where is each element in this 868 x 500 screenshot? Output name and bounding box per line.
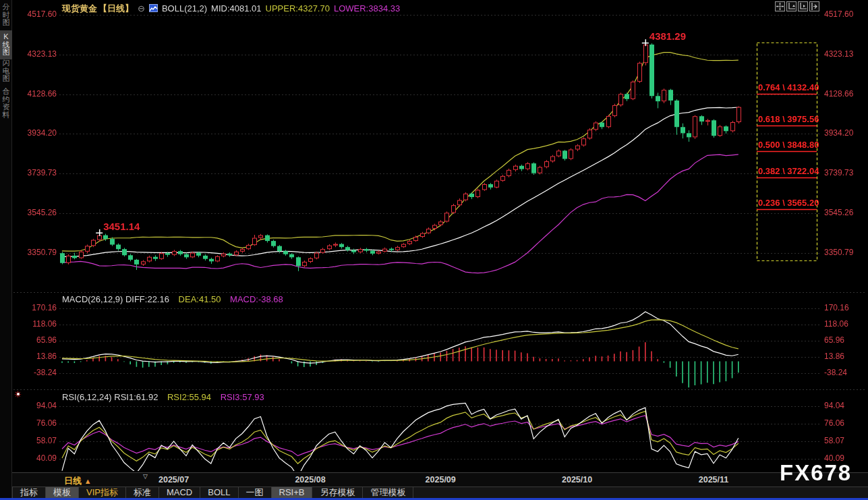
scale-horizontal-icon[interactable] [798,1,808,11]
crosshair-icon[interactable] [775,1,785,11]
collapse-icon[interactable]: ⊖ [138,3,145,13]
boll-mid-value: MID:4081.01 [211,3,261,13]
rsi-axis-label-left: 40.09 [15,453,57,463]
alert-burst-icon[interactable]: ✳ [14,390,22,399]
sidebar-tab-kline[interactable]: K线图 [0,30,12,59]
price-axis-label-right: 3739.73 [824,168,853,177]
rsi3-value: RSI3:57.93 [221,392,264,402]
x-axis-tick-label: 2025/08 [295,475,325,484]
symbol-name: 现货黄金 [62,3,97,13]
boll-indicator-label: BOLL(21,2) [162,3,207,13]
fib-level-label: 0.236 \ 3565.20 [758,198,819,208]
boll-lower-value: LOWER:3834.33 [334,3,400,13]
fib-level-label: 0.382 \ 3722.04 [758,166,819,176]
price-axis-label-right: 4323.13 [824,49,853,59]
price-peak-annotation: 3451.14 [103,221,140,232]
macd-axis-label-right: 118.06 [824,319,848,329]
rsi-axis-label-left: 94.04 [15,401,57,410]
toolbar-item-BOLL[interactable]: BOLL [200,487,238,498]
macd-hist-value: MACD:-38.68 [230,294,283,304]
x-axis-strip: 日线 ▲ ▽ 2025/072025/082025/092025/102025/… [12,472,868,487]
macd-axis-label-right: 13.86 [824,352,844,361]
price-axis-label-right: 3350.79 [824,248,853,257]
price-axis-label-right: 4517.60 [824,9,853,19]
left-sidebar: 分时图 K线图 闪电图 合约资料 [0,0,12,500]
macd-axis-label-left: 118.06 [15,319,57,329]
macd-axis-label-left: 65.96 [15,335,57,345]
rsi-axis-label-right: 76.06 [824,418,844,428]
rsi-axis-label-right: 58.07 [824,436,844,445]
chevron-up-icon: ▲ [84,477,92,485]
price-axis-label-left: 3739.73 [15,168,57,177]
sidebar-tab-contract-info[interactable]: 合约资料 [0,86,12,119]
rsi-axis-label-right: 94.04 [824,401,844,410]
macd-axis-label-left: 170.16 [15,303,57,312]
rsi-axis-label-left: 76.06 [15,418,57,428]
price-axis-label-left: 4128.66 [15,89,57,99]
chart-canvas[interactable] [0,0,868,500]
macd-axis-label-right: -38.24 [824,368,847,377]
rsi-panel-header: RSI(6,12,24) RSI1:61.92 RSI2:55.94 RSI3:… [62,392,264,402]
main-chart-header: 现货黄金【日线】⊖BOLL(21,2)MID:4081.01UPPER:4327… [62,3,404,15]
price-axis-label-right: 4128.66 [824,89,853,99]
toolbar-item-一图[interactable]: 一图 [239,487,272,498]
toolbar-item-标准[interactable]: 标准 [126,487,159,498]
fib-level-label: 0.764 \ 4132.40 [758,82,819,92]
site-watermark: FX678 [780,460,852,486]
macd-dea-value: DEA:41.50 [179,294,221,304]
period-tag: 【日线】 [98,3,134,13]
toolbar-item-VIP指标[interactable]: VIP指标 [79,487,126,498]
toolbar-item-指标[interactable]: 指标 [13,487,46,498]
macd-axis-label-left: 13.86 [15,352,57,361]
axis-position-marker: ▽ [143,473,148,480]
fib-level-label: 0.500 \ 3848.80 [758,140,819,150]
rsi2-value: RSI2:55.94 [167,392,211,402]
price-axis-label-right: 3545.26 [824,208,853,217]
price-axis-label-left: 3545.26 [15,208,57,217]
x-axis-tick-label: 2025/10 [562,475,592,484]
rsi-axis-label-left: 58.07 [15,436,57,445]
toolbar-item-RSI+B[interactable]: RSI+B [272,487,313,498]
sidebar-tab-lightning[interactable]: 闪电图 [0,58,12,83]
price-axis-label-left: 4323.13 [15,49,57,59]
fib-level-label: 0.618 \ 3975.56 [758,114,819,124]
price-peak-annotation: 4381.29 [649,30,686,42]
macd-axis-label-left: -38.24 [15,368,57,377]
macd-panel-header: MACD(26,12,9) DIFF:22.16 DEA:41.50 MACD:… [62,294,283,304]
x-axis-tick-label: 2025/09 [426,475,456,484]
macd-main-values: MACD(26,12,9) DIFF:22.16 [62,294,169,304]
price-axis-label-left: 4517.60 [15,9,57,19]
period-selector[interactable]: 日线 ▲ [64,475,92,487]
toolbar-item-MACD[interactable]: MACD [159,487,200,498]
scale-vertical-icon[interactable] [786,1,797,11]
pan-right-icon[interactable] [809,1,819,11]
chart-tool-iconbar [775,1,819,11]
toolbar-item-管理模板[interactable]: 管理模板 [363,487,413,498]
macd-axis-label-right: 65.96 [824,335,844,345]
chart-app-window: 分时图 K线图 闪电图 合约资料 现货黄金【日线】⊖BOLL(21,2)MID:… [0,0,868,500]
price-axis-label-left: 3934.20 [15,128,57,138]
chart-line-icon[interactable] [149,4,158,12]
x-axis-tick-label: 2025/07 [158,475,189,484]
x-axis-tick-label: 2025/11 [699,475,729,484]
bottom-toolbar: 指标模板VIP指标标准MACDBOLL一图RSI+B另存模板管理模板 [12,487,868,498]
rsi1-value: RSI(6,12,24) RSI1:61.92 [62,392,158,402]
toolbar-item-模板[interactable]: 模板 [46,487,79,498]
price-axis-label-right: 3934.20 [824,128,853,138]
toolbar-item-另存模板[interactable]: 另存模板 [312,487,363,498]
price-axis-label-left: 3350.79 [15,248,57,257]
boll-upper-value: UPPER:4327.70 [266,3,330,13]
sidebar-tab-timeshare[interactable]: 分时图 [0,2,12,27]
macd-axis-label-right: 170.16 [824,303,849,312]
